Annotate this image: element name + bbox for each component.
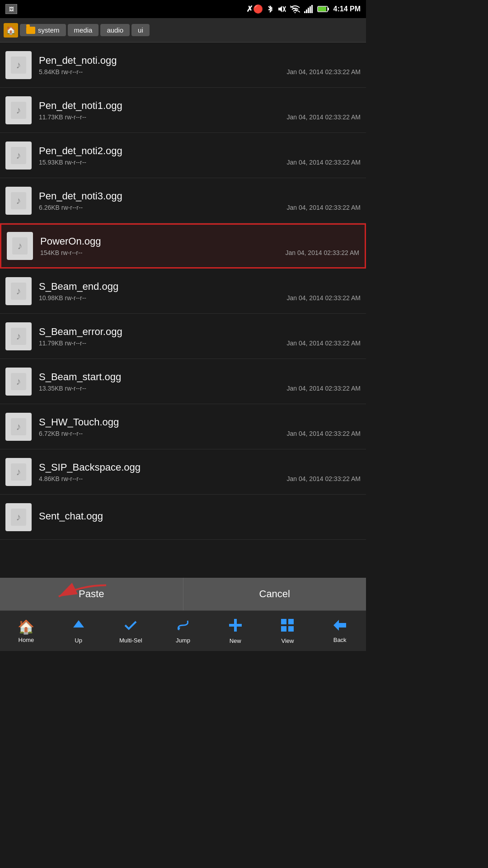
svg-rect-41 xyxy=(288,619,294,624)
file-size-permissions: 4.86KB rw-r--r-- xyxy=(39,475,83,482)
nav-view-label: View xyxy=(281,637,294,644)
file-date: Jan 04, 2014 02:33:22 AM xyxy=(287,475,361,482)
main-content: ♪ Pen_det_noti.ogg 5.84KB rw-r--r-- Jan … xyxy=(0,42,366,610)
file-meta: 11.73KB rw-r--r-- Jan 04, 2014 02:33:22 … xyxy=(39,113,361,121)
file-item[interactable]: ♪ Sent_chat.ogg xyxy=(0,495,366,540)
file-date: Jan 04, 2014 02:33:22 AM xyxy=(287,430,361,437)
breadcrumb-media[interactable]: media xyxy=(68,24,99,36)
nav-new[interactable]: New xyxy=(209,618,262,644)
svg-text:♪: ♪ xyxy=(16,421,21,432)
svg-rect-43 xyxy=(288,626,294,632)
file-info: Sent_chat.ogg xyxy=(39,510,361,524)
home-nav-icon: 🏠 xyxy=(18,619,34,635)
file-icon: ♪ xyxy=(5,322,32,350)
svg-rect-40 xyxy=(281,619,286,624)
file-item[interactable]: ♪ Pen_det_noti2.ogg 15.93KB rw-r--r-- Ja… xyxy=(0,133,366,178)
breadcrumb-audio[interactable]: audio xyxy=(100,24,130,36)
status-left: 🖼 xyxy=(5,4,17,14)
file-item[interactable]: ♪ PowerOn.ogg 154KB rw-r--r-- Jan 04, 20… xyxy=(0,223,366,269)
home-breadcrumb-icon[interactable]: 🏠 xyxy=(4,23,18,38)
file-item[interactable]: ♪ S_Beam_start.ogg 13.35KB rw-r--r-- Jan… xyxy=(0,359,366,404)
svg-text:♪: ♪ xyxy=(16,330,21,342)
file-icon: ♪ xyxy=(5,413,32,441)
file-item[interactable]: ♪ Pen_det_noti1.ogg 11.73KB rw-r--r-- Ja… xyxy=(0,88,366,133)
action-bar: Paste Cancel xyxy=(0,578,366,610)
file-item[interactable]: ♪ S_Beam_error.ogg 11.79KB rw-r--r-- Jan… xyxy=(0,314,366,359)
svg-rect-12 xyxy=(318,7,326,11)
svg-text:♪: ♪ xyxy=(18,240,23,251)
nav-home[interactable]: 🏠 Home xyxy=(0,619,52,643)
file-name: S_HW_Touch.ogg xyxy=(39,416,361,428)
file-meta: 6.72KB rw-r--r-- Jan 04, 2014 02:33:22 A… xyxy=(39,430,361,437)
file-size-permissions: 11.73KB rw-r--r-- xyxy=(39,113,86,121)
view-nav-icon xyxy=(280,618,295,636)
file-date: Jan 04, 2014 02:33:22 AM xyxy=(287,68,361,75)
file-info: S_Beam_start.ogg 13.35KB rw-r--r-- Jan 0… xyxy=(39,371,361,392)
file-meta: 6.26KB rw-r--r-- Jan 04, 2014 02:33:22 A… xyxy=(39,204,361,211)
svg-text:♪: ♪ xyxy=(16,195,21,206)
file-info: Pen_det_noti2.ogg 15.93KB rw-r--r-- Jan … xyxy=(39,145,361,166)
file-meta: 154KB rw-r--r-- Jan 04, 2014 02:33:22 AM xyxy=(40,249,359,256)
file-name: S_SIP_Backspace.ogg xyxy=(39,462,361,473)
file-icon: ♪ xyxy=(5,187,32,215)
file-item[interactable]: ♪ Pen_det_noti.ogg 5.84KB rw-r--r-- Jan … xyxy=(0,42,366,88)
battery-icon xyxy=(317,5,330,13)
back-nav-icon xyxy=(333,619,347,635)
nav-view[interactable]: View xyxy=(262,618,314,644)
file-icon: ♪ xyxy=(5,277,32,305)
nav-jump-label: Jump xyxy=(176,637,190,644)
file-meta: 11.79KB rw-r--r-- Jan 04, 2014 02:33:22 … xyxy=(39,340,361,347)
cancel-button[interactable]: Cancel xyxy=(183,578,366,610)
nav-back[interactable]: Back xyxy=(314,619,366,643)
file-date: Jan 04, 2014 02:33:22 AM xyxy=(287,385,361,392)
svg-text:♪: ♪ xyxy=(16,150,21,161)
signal-icon xyxy=(304,5,314,13)
file-name: Pen_det_noti.ogg xyxy=(39,55,361,66)
file-meta: 5.84KB rw-r--r-- Jan 04, 2014 02:33:22 A… xyxy=(39,68,361,75)
photo-widget-icon: 🖼 xyxy=(5,4,17,14)
svg-text:♪: ♪ xyxy=(16,511,21,523)
file-icon: ♪ xyxy=(5,96,32,124)
file-size-permissions: 15.93KB rw-r--r-- xyxy=(39,159,86,166)
nav-up[interactable]: Up xyxy=(52,618,105,644)
file-date: Jan 04, 2014 02:33:22 AM xyxy=(287,204,361,211)
file-date: Jan 04, 2014 02:33:22 AM xyxy=(287,159,361,166)
svg-rect-42 xyxy=(281,626,286,632)
file-name: S_Beam_end.ogg xyxy=(39,281,361,292)
svg-text:♪: ♪ xyxy=(16,466,21,477)
file-meta: 13.35KB rw-r--r-- Jan 04, 2014 02:33:22 … xyxy=(39,385,361,392)
file-size-permissions: 154KB rw-r--r-- xyxy=(40,249,82,256)
file-item[interactable]: ♪ S_HW_Touch.ogg 6.72KB rw-r--r-- Jan 04… xyxy=(0,404,366,449)
nav-multisel[interactable]: Multi-Sel xyxy=(104,618,157,644)
file-info: Pen_det_noti.ogg 5.84KB rw-r--r-- Jan 04… xyxy=(39,55,361,75)
nav-up-label: Up xyxy=(75,637,82,644)
file-date: Jan 04, 2014 02:33:22 AM xyxy=(287,340,361,347)
breadcrumb-bar: 🏠 system media audio ui xyxy=(0,18,366,42)
nav-back-label: Back xyxy=(333,637,347,643)
breadcrumb-system[interactable]: system xyxy=(20,24,66,36)
file-name: S_Beam_start.ogg xyxy=(39,371,361,383)
nav-jump[interactable]: Jump xyxy=(157,618,209,644)
file-info: PowerOn.ogg 154KB rw-r--r-- Jan 04, 2014… xyxy=(40,236,359,256)
file-meta: 15.93KB rw-r--r-- Jan 04, 2014 02:33:22 … xyxy=(39,159,361,166)
file-icon: ♪ xyxy=(7,232,33,260)
paste-button[interactable]: Paste xyxy=(0,578,183,610)
file-size-permissions: 5.84KB rw-r--r-- xyxy=(39,68,83,75)
file-size-permissions: 10.98KB rw-r--r-- xyxy=(39,294,86,302)
folder-icon xyxy=(26,27,35,34)
breadcrumb-ui[interactable]: ui xyxy=(131,24,150,36)
file-info: S_Beam_error.ogg 11.79KB rw-r--r-- Jan 0… xyxy=(39,326,361,347)
jump-nav-icon xyxy=(176,618,190,635)
file-item[interactable]: ♪ Pen_det_noti3.ogg 6.26KB rw-r--r-- Jan… xyxy=(0,178,366,223)
svg-text:♪: ♪ xyxy=(16,104,21,116)
file-date: Jan 04, 2014 02:33:22 AM xyxy=(287,294,361,302)
file-icon: ♪ xyxy=(5,368,32,396)
file-info: Pen_det_noti3.ogg 6.26KB rw-r--r-- Jan 0… xyxy=(39,190,361,211)
bluetooth-icon: ✗🔴 xyxy=(246,4,263,14)
file-item[interactable]: ♪ S_SIP_Backspace.ogg 4.86KB rw-r--r-- J… xyxy=(0,449,366,495)
svg-rect-6 xyxy=(306,9,307,13)
file-meta: 10.98KB rw-r--r-- Jan 04, 2014 02:33:22 … xyxy=(39,294,361,302)
svg-rect-9 xyxy=(311,5,313,13)
svg-text:♪: ♪ xyxy=(16,376,21,387)
file-item[interactable]: ♪ S_Beam_end.ogg 10.98KB rw-r--r-- Jan 0… xyxy=(0,269,366,314)
